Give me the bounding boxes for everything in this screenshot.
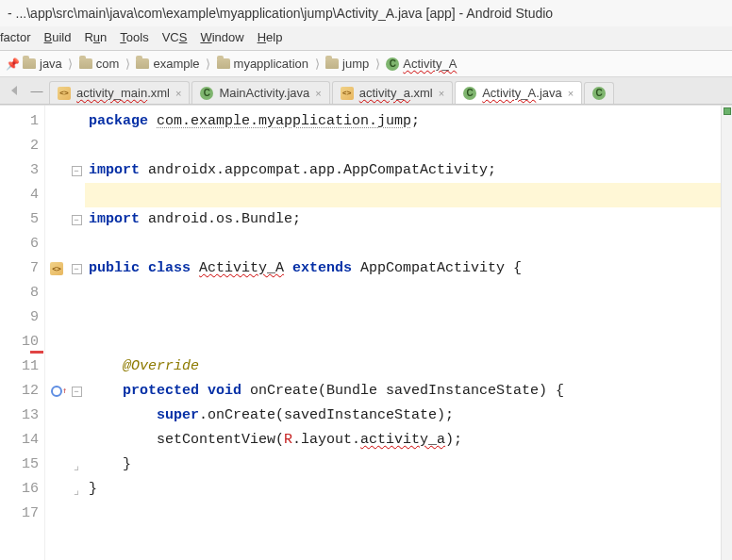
- line-number: 13: [0, 404, 39, 428]
- override-method-icon[interactable]: [51, 386, 62, 397]
- breadcrumb-separator-icon: [66, 58, 75, 71]
- line-number: 1: [0, 109, 39, 134]
- line-number: 11: [0, 354, 39, 379]
- code-line[interactable]: [85, 183, 732, 207]
- breadcrumb-separator-icon: [123, 58, 132, 71]
- code-line[interactable]: package com.example.myapplication.jump;: [85, 109, 732, 134]
- fold-toggle-icon[interactable]: −: [72, 215, 82, 225]
- line-number: 8: [0, 281, 39, 305]
- code-line[interactable]: [85, 232, 732, 256]
- breadcrumb-separator-icon: [312, 58, 322, 71]
- line-number: 15: [0, 453, 39, 477]
- breadcrumb-item-activity_a[interactable]: CActivity_A: [386, 57, 457, 71]
- class-icon: C: [463, 87, 476, 100]
- folder-icon: [136, 58, 149, 69]
- breadcrumb: 📌 javacomexamplemyapplicationjumpCActivi…: [0, 51, 732, 77]
- tab-activity_main-xml[interactable]: activity_main.xml×: [49, 81, 190, 104]
- line-number: 2: [0, 134, 39, 158]
- menu-bar: factorBuildRunToolsVCSWindowHelp: [0, 26, 732, 51]
- line-number: 7: [0, 256, 39, 281]
- code-line[interactable]: public class Activity_A extends AppCompa…: [85, 256, 732, 281]
- minimize-button[interactable]: —: [26, 80, 47, 101]
- fold-end-icon: ⌟: [74, 483, 79, 497]
- line-number: 4: [0, 183, 39, 207]
- fold-toggle-icon[interactable]: −: [72, 387, 82, 397]
- code-line[interactable]: import androidx.appcompat.app.AppCompatA…: [85, 158, 732, 183]
- code-line[interactable]: }: [85, 477, 732, 502]
- breadcrumb-item-com[interactable]: com: [79, 57, 120, 71]
- folder-icon: [79, 58, 92, 69]
- tab-activity_a-xml[interactable]: activity_a.xml×: [332, 81, 453, 104]
- pin-icon[interactable]: 📌: [6, 58, 19, 71]
- folder-icon: [217, 58, 230, 69]
- breadcrumb-separator-icon: [204, 58, 213, 71]
- code-line[interactable]: setContentView(R.layout.activity_a);: [85, 428, 732, 453]
- code-line[interactable]: [85, 281, 732, 305]
- breadcrumb-item-example[interactable]: example: [136, 57, 199, 71]
- line-number: 6: [0, 232, 39, 256]
- close-icon[interactable]: ×: [315, 88, 321, 99]
- menu-item-tools[interactable]: Tools: [120, 30, 148, 44]
- close-icon[interactable]: ×: [175, 88, 181, 99]
- tab-label: MainActivity.java: [219, 86, 309, 100]
- inspection-status-icon: [724, 107, 731, 115]
- folder-icon: [325, 58, 339, 69]
- fold-column[interactable]: −−−−⌟⌟: [68, 106, 85, 560]
- menu-item-help[interactable]: Help: [258, 30, 283, 44]
- breadcrumb-label: com: [96, 57, 120, 71]
- close-icon[interactable]: ×: [568, 88, 574, 99]
- xml-file-icon: [341, 87, 354, 100]
- breadcrumb-item-myapplication[interactable]: myapplication: [217, 57, 309, 71]
- breadcrumb-item-java[interactable]: java: [23, 57, 62, 71]
- tab-mainactivity-java[interactable]: CMainActivity.java×: [191, 81, 329, 104]
- fold-toggle-icon[interactable]: −: [72, 166, 82, 176]
- xml-file-icon: [58, 87, 71, 100]
- window-title: - ...\app\src\main\java\com\example\myap…: [0, 0, 732, 26]
- change-marker-icon: [30, 351, 43, 354]
- line-number: 16: [0, 477, 39, 502]
- code-line[interactable]: [85, 305, 732, 330]
- code-line[interactable]: }: [85, 453, 732, 477]
- class-icon: C: [592, 87, 606, 100]
- breadcrumb-label: example: [153, 57, 199, 71]
- code-line[interactable]: [85, 330, 732, 354]
- breadcrumb-label: myapplication: [234, 57, 309, 71]
- code-line[interactable]: protected void onCreate(Bundle savedInst…: [85, 379, 732, 404]
- breadcrumb-label: jump: [342, 57, 369, 71]
- collapse-left-button[interactable]: [4, 80, 25, 101]
- breadcrumb-label: Activity_A: [403, 57, 457, 71]
- error-stripe[interactable]: [721, 106, 732, 560]
- fold-toggle-icon[interactable]: −: [72, 264, 82, 274]
- tab-label: activity_main.xml: [76, 86, 170, 100]
- code-line[interactable]: [85, 134, 732, 158]
- line-number: 9: [0, 305, 39, 330]
- code-line[interactable]: @Override: [85, 354, 732, 379]
- tab-more[interactable]: C: [584, 82, 614, 104]
- menu-item-window[interactable]: Window: [200, 30, 243, 44]
- menu-item-factor[interactable]: factor: [0, 30, 31, 44]
- code-area[interactable]: package com.example.myapplication.jump; …: [85, 106, 732, 560]
- gutter-markers: [45, 106, 68, 560]
- xml-icon[interactable]: [50, 262, 63, 275]
- fold-end-icon: ⌟: [74, 458, 79, 472]
- breadcrumb-item-jump[interactable]: jump: [325, 57, 369, 71]
- menu-item-vcs[interactable]: VCS: [162, 30, 188, 44]
- tab-label: activity_a.xml: [359, 86, 433, 100]
- close-icon[interactable]: ×: [439, 88, 444, 99]
- class-icon: C: [386, 58, 399, 71]
- code-line[interactable]: [85, 502, 732, 526]
- class-icon: C: [200, 87, 213, 100]
- folder-icon: [23, 58, 36, 69]
- line-number: 3: [0, 158, 39, 183]
- line-number-gutter: 1234567891011121314151617: [0, 106, 45, 560]
- code-line[interactable]: super.onCreate(savedInstanceState);: [85, 404, 732, 428]
- menu-item-build[interactable]: Build: [44, 30, 72, 44]
- code-editor[interactable]: 1234567891011121314151617 −−−−⌟⌟ package…: [0, 105, 732, 560]
- breadcrumb-label: java: [40, 57, 62, 71]
- editor-tabs: — activity_main.xml×CMainActivity.java×a…: [0, 77, 732, 105]
- menu-item-run[interactable]: Run: [84, 30, 107, 44]
- code-line[interactable]: import android.os.Bundle;: [85, 207, 732, 232]
- line-number: 17: [0, 502, 39, 526]
- tab-activity_a-java[interactable]: CActivity_A.java×: [455, 81, 582, 104]
- breadcrumb-separator-icon: [373, 58, 382, 71]
